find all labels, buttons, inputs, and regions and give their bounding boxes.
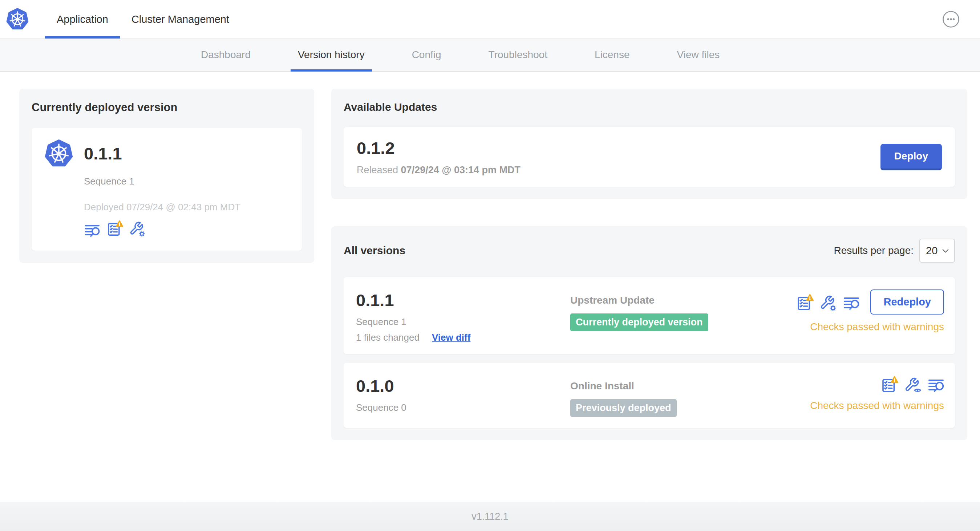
edit-config-button[interactable]: [819, 293, 836, 311]
row-version-number: 0.1.1: [356, 289, 570, 311]
subnav-tab-license[interactable]: License: [587, 39, 637, 71]
results-per-page-label: Results per page:: [834, 245, 913, 256]
subnav-tab-troubleshoot[interactable]: Troubleshoot: [481, 39, 555, 71]
row-sequence: Sequence 1: [356, 316, 570, 328]
tab-cluster-management[interactable]: Cluster Management: [120, 0, 241, 38]
diff-lines-search-icon: [928, 375, 945, 394]
row-version-number: 0.1.0: [356, 375, 570, 397]
row-files-line: 1 files changed View diff: [356, 332, 570, 343]
source-label: Upstream Update: [570, 294, 796, 306]
overflow-menu-button[interactable]: [942, 11, 960, 28]
row-action-icons: Redeploy: [796, 289, 944, 315]
subnav-tab-license-label: License: [595, 49, 630, 60]
kubernetes-logo-icon: [6, 8, 29, 30]
header-tabs: Application Cluster Management: [45, 0, 241, 38]
tab-application-label: Application: [57, 13, 108, 25]
released-date: 07/29/24 @ 03:14 pm MDT: [401, 165, 520, 175]
status-badge: Currently deployed version: [570, 313, 708, 331]
currently-deployed-title: Currently deployed version: [32, 101, 302, 114]
subnav-tab-version-history[interactable]: Version history: [291, 39, 372, 71]
checks-status-text: Checks passed with warnings: [810, 400, 944, 412]
checklist-warning-icon: [796, 293, 814, 312]
subnav-tab-view-files-label: View files: [677, 49, 719, 60]
diff-lines-search-icon: [84, 219, 100, 239]
view-deploy-logs-button[interactable]: [843, 293, 859, 311]
subnav-tab-dashboard[interactable]: Dashboard: [194, 39, 258, 71]
preflight-results-button[interactable]: [107, 219, 123, 237]
version-row-actions: Redeploy Checks passed with warnings: [796, 289, 944, 343]
version-row-source: Upstream Update Currently deployed versi…: [570, 289, 796, 343]
status-badge: Previously deployed: [570, 399, 677, 417]
preflight-results-button[interactable]: [796, 293, 813, 311]
version-row-0-1-0: 0.1.0 Sequence 0 Online Install Previous…: [344, 363, 955, 428]
all-versions-panel: All versions Results per page: 20 0.1.1 …: [331, 226, 967, 440]
subnav-tab-version-history-label: Version history: [298, 49, 365, 60]
ellipsis-icon: [942, 11, 960, 28]
console-version: v1.112.1: [471, 511, 509, 522]
main-content: Currently deployed version 0.1.1 Sequenc…: [0, 72, 980, 440]
checks-status-text: Checks passed with warnings: [810, 321, 944, 333]
version-row-actions: Checks passed with warnings: [810, 375, 944, 417]
update-released-line: Released 07/29/24 @ 03:14 pm MDT: [357, 165, 520, 176]
source-label: Online Install: [570, 380, 810, 392]
version-row-info: 0.1.0 Sequence 0: [356, 375, 570, 417]
deploy-button[interactable]: Deploy: [880, 144, 942, 170]
available-updates-title: Available Updates: [344, 101, 955, 113]
currently-deployed-panel: Currently deployed version 0.1.1 Sequenc…: [19, 89, 314, 263]
subnav-tab-dashboard-label: Dashboard: [201, 49, 251, 60]
version-row-info: 0.1.1 Sequence 1 1 files changed View di…: [356, 289, 570, 343]
subnav-tab-view-files[interactable]: View files: [670, 39, 727, 71]
view-diff-link[interactable]: View diff: [432, 332, 470, 343]
app-header: Application Cluster Management: [0, 0, 980, 39]
available-update-card: 0.1.2 Released 07/29/24 @ 03:14 pm MDT D…: [344, 127, 955, 187]
released-prefix: Released: [357, 165, 398, 175]
results-per-page-select[interactable]: 20: [920, 238, 955, 262]
all-versions-header: All versions Results per page: 20: [344, 238, 955, 262]
currently-deployed-card: 0.1.1 Sequence 1 Deployed 07/29/24 @ 02:…: [32, 128, 302, 251]
row-sequence: Sequence 0: [356, 402, 570, 413]
redeploy-button[interactable]: Redeploy: [870, 289, 944, 315]
deployed-timestamp: Deployed 07/29/24 @ 02:43 pm MDT: [84, 202, 240, 213]
wrench-eye-icon: [904, 375, 921, 394]
view-deploy-logs-button[interactable]: [84, 219, 100, 237]
diff-lines-search-icon: [843, 293, 860, 312]
edit-config-button[interactable]: [129, 219, 146, 237]
chevron-down-icon: [942, 248, 949, 253]
kubernetes-app-icon: [45, 140, 73, 168]
results-per-page-value: 20: [926, 245, 937, 257]
tab-application[interactable]: Application: [45, 0, 120, 38]
tab-cluster-management-label: Cluster Management: [132, 13, 229, 25]
deployed-sequence: Sequence 1: [84, 176, 240, 187]
app-footer: v1.112.1: [0, 502, 980, 531]
deployed-action-icons: [84, 219, 240, 237]
available-update-info: 0.1.2 Released 07/29/24 @ 03:14 pm MDT: [357, 138, 520, 176]
app-subnav: Dashboard Version history Config Trouble…: [0, 39, 980, 72]
version-row-0-1-1: 0.1.1 Sequence 1 1 files changed View di…: [344, 277, 955, 354]
subnav-tab-config-label: Config: [412, 49, 441, 60]
version-row-source: Online Install Previously deployed: [570, 375, 810, 417]
subnav-tab-config[interactable]: Config: [405, 39, 449, 71]
deployed-version-number: 0.1.1: [84, 140, 240, 168]
wrench-gear-icon: [129, 219, 146, 237]
row-action-icons: [881, 375, 944, 393]
all-versions-title: All versions: [344, 245, 406, 257]
checklist-warning-icon: [881, 375, 898, 394]
view-deploy-logs-button[interactable]: [928, 375, 944, 393]
view-config-button[interactable]: [904, 375, 921, 393]
update-version-number: 0.1.2: [357, 138, 520, 158]
subnav-tab-troubleshoot-label: Troubleshoot: [488, 49, 547, 60]
available-updates-panel: Available Updates 0.1.2 Released 07/29/2…: [331, 89, 967, 199]
deployed-info: 0.1.1 Sequence 1 Deployed 07/29/24 @ 02:…: [84, 140, 240, 237]
results-per-page: Results per page: 20: [834, 238, 955, 262]
files-changed: 1 files changed: [356, 332, 420, 343]
wrench-gear-icon: [819, 293, 837, 312]
preflight-results-button[interactable]: [881, 375, 897, 393]
checklist-warning-icon: [107, 219, 123, 237]
right-column: Available Updates 0.1.2 Released 07/29/2…: [331, 89, 967, 440]
